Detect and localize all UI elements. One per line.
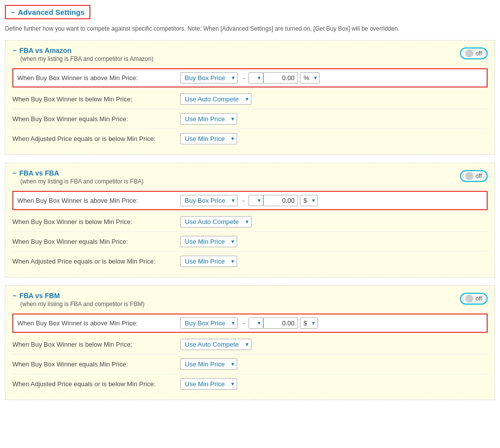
strategy-dropdown[interactable]: Use Min Price	[180, 236, 237, 247]
unit-dropdown[interactable]: %	[300, 72, 320, 84]
strategy-dropdown[interactable]: Use Min Price	[180, 358, 237, 370]
minus-icon: −	[11, 8, 15, 16]
section-title-1: FBA vs FBA	[19, 169, 59, 177]
section-minus-icon: −	[12, 292, 16, 300]
strategy-dropdown[interactable]: Buy Box Price	[180, 72, 238, 84]
price-controls: -▼$▼	[241, 195, 318, 206]
direction-dropdown[interactable]	[249, 317, 263, 329]
price-input[interactable]	[263, 72, 298, 84]
strategy-dropdown[interactable]: Use Auto Compete	[180, 93, 251, 105]
unit-wrapper: $▼	[300, 317, 318, 329]
row-label: When Buy Box Winner equals Min Price:	[12, 360, 180, 368]
row-2-3: When Adjusted Price equals or is below M…	[12, 374, 488, 394]
row-label: When Buy Box Winner is below Min Price:	[12, 218, 180, 225]
section-header: −FBA vs Amazon(when my listing is FBA an…	[12, 46, 488, 62]
row-label: When Buy Box Winner equals Min Price:	[12, 115, 180, 123]
row-label: When Buy Box Winner is above Min Price:	[17, 74, 180, 82]
toggle-off-button[interactable]: off	[460, 170, 488, 182]
toggle-knob	[465, 172, 473, 180]
dropdown-wrapper: Use Min Price▼	[180, 256, 237, 267]
strategy-dropdown[interactable]: Buy Box Price	[180, 317, 238, 329]
section-fba-fbm: −FBA vs FBM(when my listing is FBA and c…	[5, 285, 495, 400]
row-2-1: When Buy Box Winner is below Min Price:U…	[12, 335, 488, 355]
row-label: When Buy Box Winner is below Min Price:	[12, 341, 180, 348]
direction-dropdown[interactable]	[249, 195, 263, 206]
direction-wrapper: -▼	[241, 72, 263, 84]
strategy-dropdown[interactable]: Use Min Price	[180, 256, 237, 267]
section-minus-icon: −	[12, 46, 16, 54]
row-1-0: When Buy Box Winner is above Min Price:B…	[12, 191, 488, 210]
dropdown-wrapper: Use Auto Compete▼	[180, 339, 251, 350]
row-label: When Buy Box Winner is below Min Price:	[12, 95, 180, 103]
strategy-dropdown[interactable]: Use Auto Compete	[180, 339, 251, 350]
strategy-dropdown[interactable]: Use Auto Compete	[180, 216, 251, 227]
strategy-dropdown[interactable]: Use Min Price	[180, 378, 237, 390]
price-input[interactable]	[263, 195, 298, 206]
row-label: When Adjusted Price equals or is below M…	[12, 258, 180, 265]
section-fba-amazon: −FBA vs Amazon(when my listing is FBA an…	[5, 40, 495, 155]
row-2-2: When Buy Box Winner equals Min Price:Use…	[12, 355, 488, 374]
dropdown-wrapper: Use Min Price▼	[180, 113, 237, 125]
row-label: When Adjusted Price equals or is below M…	[12, 135, 180, 142]
section-subtitle: (when my listing is FBA and competitor i…	[20, 178, 460, 185]
toggle-off-button[interactable]: off	[460, 47, 488, 59]
dropdown-wrapper: Use Min Price▼	[180, 378, 237, 390]
unit-dropdown[interactable]: $	[300, 195, 318, 206]
section-fba-fba: −FBA vs FBA(when my listing is FBA and c…	[5, 163, 495, 277]
unit-wrapper: $▼	[300, 195, 318, 206]
section-title-0: FBA vs Amazon	[19, 46, 72, 54]
direction-wrapper: -▼	[241, 317, 263, 329]
row-0-1: When Buy Box Winner is below Min Price:U…	[12, 90, 488, 109]
unit-wrapper: %▼	[300, 72, 320, 84]
section-minus-icon: −	[12, 169, 16, 177]
toggle-knob	[465, 295, 473, 303]
row-0-2: When Buy Box Winner equals Min Price:Use…	[12, 109, 488, 129]
dash-separator: -	[241, 197, 247, 204]
row-1-3: When Adjusted Price equals or is below M…	[12, 252, 488, 271]
dash-separator: -	[241, 74, 247, 82]
row-1-2: When Buy Box Winner equals Min Price:Use…	[12, 232, 488, 252]
dropdown-wrapper: Use Min Price▼	[180, 133, 237, 144]
dropdown-wrapper: Use Min Price▼	[180, 358, 237, 370]
toggle-label: off	[475, 50, 482, 57]
direction-dropdown[interactable]	[249, 72, 263, 84]
dropdown-wrapper: Use Auto Compete▼	[180, 216, 251, 227]
row-label: When Buy Box Winner is above Min Price:	[17, 197, 180, 204]
direction-wrapper: -▼	[241, 195, 263, 206]
description: Define further how you want to compete a…	[5, 24, 495, 33]
price-controls: -▼$▼	[241, 317, 318, 329]
dash-separator: -	[241, 319, 247, 327]
price-controls: -▼%▼	[241, 72, 320, 84]
toggle-label: off	[475, 173, 482, 179]
dropdown-wrapper: Use Auto Compete▼	[180, 93, 251, 105]
dropdown-wrapper: Buy Box Price▼	[180, 72, 238, 84]
section-title-2: FBA vs FBM	[19, 292, 60, 300]
section-subtitle: (when my listing is FBA and competitor i…	[20, 301, 460, 308]
strategy-dropdown[interactable]: Use Min Price	[180, 133, 237, 144]
row-2-0: When Buy Box Winner is above Min Price:B…	[12, 314, 488, 333]
row-1-1: When Buy Box Winner is below Min Price:U…	[12, 212, 488, 232]
price-input[interactable]	[263, 317, 298, 329]
toggle-knob	[465, 49, 473, 57]
strategy-dropdown[interactable]: Buy Box Price	[180, 195, 238, 206]
row-0-0: When Buy Box Winner is above Min Price:B…	[12, 68, 488, 88]
dropdown-wrapper: Use Min Price▼	[180, 236, 237, 247]
unit-dropdown[interactable]: $	[300, 317, 318, 329]
dropdown-wrapper: Buy Box Price▼	[180, 195, 238, 206]
row-label: When Buy Box Winner is above Min Price:	[17, 319, 180, 327]
strategy-dropdown[interactable]: Use Min Price	[180, 113, 237, 125]
row-label: When Buy Box Winner equals Min Price:	[12, 238, 180, 245]
dropdown-wrapper: Buy Box Price▼	[180, 317, 238, 329]
row-0-3: When Adjusted Price equals or is below M…	[12, 129, 488, 148]
section-subtitle: (when my listing is FBA and competitor i…	[20, 55, 460, 62]
advanced-settings-header: − Advanced Settings	[5, 5, 90, 19]
page-title: Advanced Settings	[18, 8, 84, 16]
section-header: −FBA vs FBM(when my listing is FBA and c…	[12, 292, 488, 308]
section-header: −FBA vs FBA(when my listing is FBA and c…	[12, 169, 488, 185]
row-label: When Adjusted Price equals or is below M…	[12, 380, 180, 388]
toggle-label: off	[475, 295, 482, 302]
toggle-off-button[interactable]: off	[460, 293, 488, 305]
